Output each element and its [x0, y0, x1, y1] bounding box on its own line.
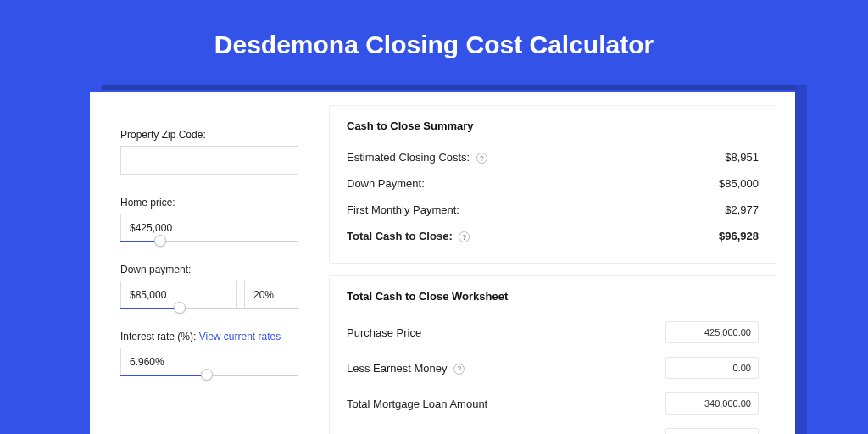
home-price-slider[interactable] [120, 241, 298, 242]
worksheet-value-input[interactable] [665, 321, 759, 343]
inputs-sidebar: Property Zip Code: Home price: Down paym… [90, 92, 319, 434]
zip-input[interactable] [120, 146, 298, 175]
rate-label: Interest rate (%): View current rates [120, 331, 298, 342]
summary-value: $85,000 [719, 177, 759, 190]
home-price-input[interactable] [120, 214, 298, 242]
down-payment-slider[interactable] [120, 308, 298, 309]
summary-row: Estimated Closing Costs: ? $8,951 [347, 144, 759, 170]
help-icon[interactable]: ? [459, 231, 470, 242]
view-rates-link[interactable]: View current rates [199, 331, 281, 342]
field-zip: Property Zip Code: [120, 129, 298, 175]
summary-value: $96,928 [719, 230, 759, 242]
field-down-payment: Down payment: [120, 264, 298, 309]
summary-title: Cash to Close Summary [347, 120, 759, 132]
help-icon[interactable]: ? [453, 364, 465, 375]
worksheet-row: Total Mortgage Loan Amount [347, 386, 759, 421]
calculator-card: Property Zip Code: Home price: Down paym… [90, 92, 795, 434]
home-price-label: Home price: [120, 197, 298, 209]
slider-thumb[interactable] [174, 302, 186, 314]
down-payment-label: Down payment: [120, 264, 298, 275]
summary-panel: Cash to Close Summary Estimated Closing … [329, 105, 776, 264]
slider-thumb[interactable] [201, 369, 213, 381]
summary-row: Down Payment: $85,000 [347, 170, 759, 197]
worksheet-value-input[interactable] [665, 428, 759, 434]
summary-value: $2,977 [725, 203, 759, 216]
down-payment-pct-input[interactable] [244, 281, 298, 309]
results-pane: Cash to Close Summary Estimated Closing … [319, 92, 795, 434]
worksheet-value-input[interactable] [665, 357, 759, 379]
summary-row-total: Total Cash to Close: ? $96,928 [347, 223, 759, 249]
worksheet-row: Less Earnest Money ? [347, 350, 759, 386]
field-home-price: Home price: [120, 197, 298, 242]
rate-slider[interactable] [120, 375, 298, 376]
page-title: Desdemona Closing Cost Calculator [0, 0, 868, 85]
worksheet-panel: Total Cash to Close Worksheet Purchase P… [329, 275, 776, 434]
worksheet-title: Total Cash to Close Worksheet [347, 290, 759, 303]
worksheet-row: Purchase Price [347, 314, 759, 350]
worksheet-value-input[interactable] [665, 392, 759, 415]
worksheet-row: Total Second Mortgage Amount [347, 421, 759, 434]
help-icon[interactable]: ? [476, 153, 487, 164]
field-interest-rate: Interest rate (%): View current rates [120, 331, 298, 376]
card-top-shadow [102, 85, 807, 90]
summary-row: First Monthly Payment: $2,977 [347, 197, 759, 223]
zip-label: Property Zip Code: [120, 129, 298, 141]
slider-thumb[interactable] [154, 235, 166, 247]
summary-value: $8,951 [725, 151, 759, 164]
